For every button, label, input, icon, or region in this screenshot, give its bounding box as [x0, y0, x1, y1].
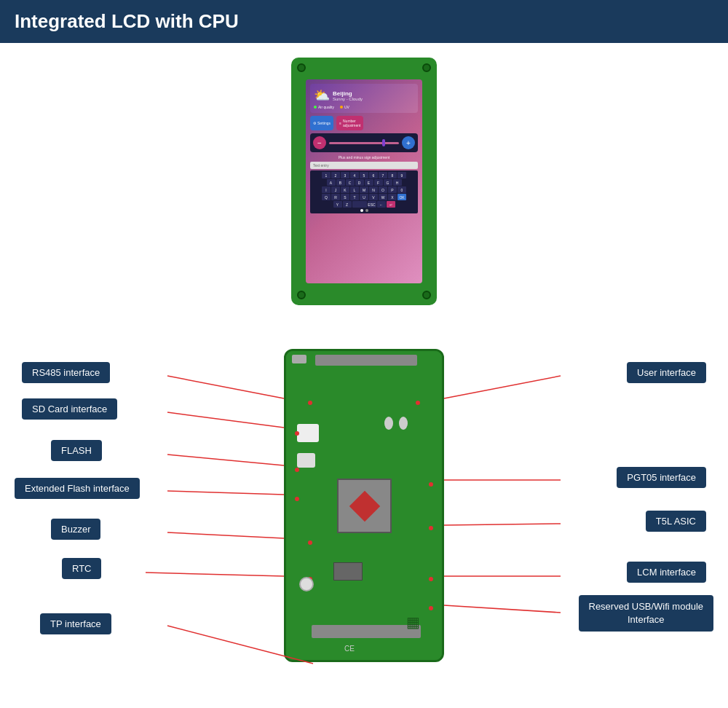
label-sdcard: SD Card interface [22, 398, 117, 420]
key-a[interactable]: A [327, 179, 336, 186]
pcb-cap1 [399, 417, 408, 430]
key-i[interactable]: I [322, 186, 331, 193]
label-tp: TP interface [40, 613, 111, 634]
svg-line-7 [444, 376, 561, 398]
key-r[interactable]: R [331, 194, 340, 200]
slider-track[interactable] [329, 142, 399, 144]
label-user: User interface [627, 362, 706, 383]
settings-button[interactable]: ⚙ Settings [310, 116, 333, 130]
key-y[interactable]: Y [333, 201, 342, 208]
main-content: ⛅ Beijing Sunny - Cloudy Air quality [0, 43, 728, 708]
key-space[interactable] [352, 201, 367, 208]
key-n[interactable]: N [369, 186, 378, 193]
pcb-top-connector [315, 355, 417, 366]
key-l[interactable]: L [350, 186, 359, 193]
lcd-screen: ⛅ Beijing Sunny - Cloudy Air quality [306, 79, 422, 283]
key-p[interactable]: P [388, 186, 397, 193]
pcb-cap2 [384, 417, 393, 430]
key-3[interactable]: 3 [341, 172, 349, 178]
key-0[interactable]: 0 [397, 186, 406, 193]
svg-line-3 [167, 491, 284, 495]
uv-indicator: UV [340, 105, 349, 109]
key-b[interactable]: B [336, 179, 345, 186]
svg-line-11 [444, 605, 561, 613]
label-flash: FLASH [51, 440, 102, 461]
key-h[interactable]: H [393, 179, 402, 186]
plus-minus-label: Plus and minus sign adjustment [310, 155, 418, 160]
diagram-section: CE ▦ [0, 327, 728, 708]
key-1[interactable]: 1 [322, 172, 331, 178]
svg-line-2 [167, 455, 284, 465]
lcd-device: ⛅ Beijing Sunny - Cloudy Air quality [291, 58, 437, 305]
key-t[interactable]: T [350, 194, 359, 200]
pcb-usb-port [292, 355, 306, 363]
text-entry-field[interactable]: Text entry [310, 162, 418, 169]
key-5[interactable]: 5 [360, 172, 368, 178]
key-6[interactable]: 6 [369, 172, 378, 178]
key-7[interactable]: 7 [379, 172, 387, 178]
key-e[interactable]: E [365, 179, 373, 186]
key-w[interactable]: W [379, 194, 387, 200]
label-usb-wifi: Reserved USB/Wifi moduleInterface [579, 595, 714, 632]
key-esc[interactable]: ESC [368, 201, 376, 208]
key-backspace[interactable]: ← [377, 201, 386, 208]
key-v[interactable]: V [369, 194, 378, 200]
weather-widget: ⛅ Beijing Sunny - Cloudy Air quality [310, 84, 418, 113]
key-m[interactable]: M [360, 186, 368, 193]
page-header: Integrated LCD with CPU [0, 0, 728, 43]
key-2[interactable]: 2 [331, 172, 340, 178]
buttons-row: ⚙ Settings ≡ Number adjustment [310, 116, 418, 130]
label-ext-flash: Extended Flash interface [15, 478, 140, 499]
keyboard: 1 2 3 4 5 6 7 8 9 A B C D [310, 170, 418, 213]
number-adjustment-button[interactable]: ≡ Number adjustment [336, 116, 363, 130]
pcb-board: CE ▦ [284, 349, 444, 662]
air-quality: Air quality [314, 105, 334, 109]
label-buzzer: Buzzer [51, 519, 100, 540]
key-z[interactable]: Z [343, 201, 352, 208]
key-enter[interactable]: ↵ [387, 201, 395, 208]
label-t5l: T5L ASIC [646, 511, 706, 532]
label-lcm: LCM interface [627, 562, 706, 583]
main-chip [337, 479, 392, 533]
key-x[interactable]: X [388, 194, 397, 200]
key-g[interactable]: G [384, 179, 392, 186]
key-9[interactable]: 9 [397, 172, 406, 178]
weather-city: Beijing [333, 90, 363, 97]
label-pgt05: PGT05 interface [617, 467, 706, 488]
label-rtc: RTC [62, 558, 101, 579]
key-o[interactable]: O [379, 186, 387, 193]
weather-desc: Sunny - Cloudy [333, 97, 363, 101]
key-s[interactable]: S [341, 194, 349, 200]
key-f[interactable]: F [374, 179, 383, 186]
key-4[interactable]: 4 [350, 172, 359, 178]
page-dots [312, 209, 416, 212]
key-j[interactable]: J [331, 186, 340, 193]
key-c[interactable]: C [346, 179, 355, 186]
plus-minus-row: − + [310, 133, 418, 152]
svg-line-9 [444, 524, 561, 525]
key-u[interactable]: U [360, 194, 368, 200]
svg-line-4 [167, 532, 284, 538]
key-k[interactable]: K [341, 186, 349, 193]
key-ok[interactable]: OK [397, 194, 406, 200]
label-rs485: RS485 interface [22, 362, 110, 383]
svg-line-5 [146, 573, 284, 576]
svg-line-0 [167, 376, 284, 398]
svg-line-1 [167, 412, 284, 428]
plus-button[interactable]: + [402, 136, 415, 149]
key-8[interactable]: 8 [388, 172, 397, 178]
minus-button[interactable]: − [313, 136, 326, 149]
key-q[interactable]: Q [322, 194, 331, 200]
key-d[interactable]: D [355, 179, 364, 186]
page-title: Integrated LCD with CPU [15, 10, 239, 33]
